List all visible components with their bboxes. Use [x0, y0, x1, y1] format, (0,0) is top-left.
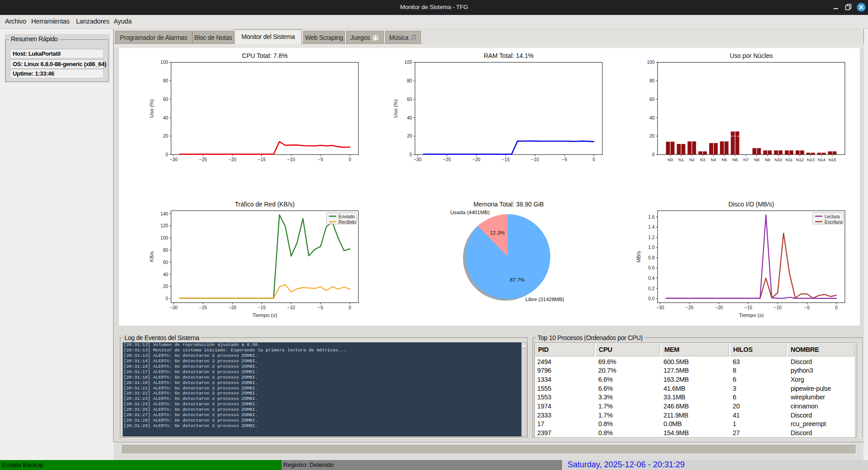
svg-text:N6: N6	[732, 157, 738, 162]
svg-text:0: 0	[410, 152, 412, 157]
svg-text:−30: −30	[656, 305, 664, 310]
svg-text:Tráfico de Red (KB/s): Tráfico de Red (KB/s)	[235, 201, 295, 208]
svg-text:0.0: 0.0	[648, 296, 654, 301]
svg-text:0: 0	[652, 152, 655, 157]
svg-text:Enviado: Enviado	[339, 214, 355, 219]
svg-text:−10: −10	[531, 157, 539, 162]
svg-text:N10: N10	[774, 157, 782, 162]
svg-text:N15: N15	[829, 157, 836, 162]
svg-text:0.8: 0.8	[648, 255, 654, 260]
svg-text:20: 20	[163, 134, 168, 139]
svg-text:40: 40	[163, 115, 168, 120]
svg-text:Libre (31428MB): Libre (31428MB)	[525, 297, 564, 302]
svg-text:N7: N7	[743, 157, 749, 162]
svg-text:−10: −10	[287, 157, 296, 162]
svg-text:N0: N0	[668, 157, 673, 162]
svg-text:−30: −30	[170, 305, 178, 310]
svg-text:N8: N8	[754, 157, 759, 162]
svg-text:N13: N13	[807, 157, 815, 162]
svg-text:100: 100	[161, 60, 168, 65]
svg-text:−10: −10	[774, 305, 782, 310]
svg-text:0: 0	[166, 152, 168, 157]
svg-text:100: 100	[647, 60, 655, 65]
svg-text:KB/s: KB/s	[149, 251, 154, 262]
svg-text:1.2: 1.2	[648, 235, 654, 240]
svg-text:MB/s: MB/s	[636, 251, 641, 263]
svg-text:80: 80	[163, 248, 168, 253]
svg-text:−25: −25	[199, 157, 207, 162]
svg-text:−5: −5	[804, 305, 810, 310]
svg-text:Uso (%): Uso (%)	[393, 99, 398, 118]
svg-text:1.0: 1.0	[648, 245, 654, 250]
svg-text:0.2: 0.2	[648, 286, 654, 291]
svg-text:60: 60	[649, 97, 655, 102]
svg-text:Lectura: Lectura	[825, 214, 840, 219]
svg-text:−25: −25	[199, 305, 207, 310]
svg-text:−30: −30	[170, 157, 178, 162]
svg-text:60: 60	[163, 97, 168, 102]
svg-text:−15: −15	[502, 157, 510, 162]
svg-text:N4: N4	[711, 157, 717, 162]
svg-text:80: 80	[649, 78, 655, 83]
svg-text:0: 0	[166, 296, 168, 301]
svg-text:−15: −15	[258, 157, 266, 162]
svg-text:12.3%: 12.3%	[490, 230, 505, 235]
svg-text:0.6: 0.6	[648, 265, 654, 270]
svg-text:CPU Total: 7.8%: CPU Total: 7.8%	[242, 53, 288, 59]
svg-text:Escritura: Escritura	[825, 220, 843, 225]
svg-text:N12: N12	[796, 157, 804, 162]
svg-text:20: 20	[163, 284, 168, 289]
svg-text:−10: −10	[287, 305, 296, 310]
svg-text:−20: −20	[229, 305, 237, 310]
svg-text:40: 40	[163, 272, 168, 277]
svg-text:87.7%: 87.7%	[510, 277, 525, 283]
svg-text:N9: N9	[765, 157, 770, 162]
svg-text:Usada (4401MB): Usada (4401MB)	[450, 210, 490, 215]
svg-text:20: 20	[649, 134, 655, 139]
svg-text:N14: N14	[818, 157, 826, 162]
svg-text:Uso (%): Uso (%)	[149, 99, 154, 118]
svg-text:Tiempo (s): Tiempo (s)	[253, 312, 277, 318]
svg-text:0: 0	[348, 157, 351, 162]
svg-text:−15: −15	[744, 305, 753, 310]
svg-text:−20: −20	[229, 157, 237, 162]
svg-text:40: 40	[649, 115, 655, 120]
svg-text:100: 100	[405, 60, 412, 65]
svg-text:60: 60	[407, 97, 412, 102]
svg-text:0: 0	[592, 157, 595, 162]
svg-text:−25: −25	[686, 305, 694, 310]
svg-text:N2: N2	[689, 157, 695, 162]
svg-text:N11: N11	[786, 157, 793, 162]
svg-text:Memoria Total: 38.90 GiB: Memoria Total: 38.90 GiB	[473, 201, 544, 208]
svg-text:N1: N1	[678, 157, 684, 162]
svg-text:−5: −5	[318, 157, 323, 162]
svg-text:Disco I/O (MB/s): Disco I/O (MB/s)	[728, 201, 774, 208]
svg-text:N5: N5	[721, 157, 727, 162]
svg-text:Tiempo (s): Tiempo (s)	[739, 312, 764, 318]
svg-text:−20: −20	[715, 305, 723, 310]
svg-text:20: 20	[407, 134, 412, 139]
svg-text:60: 60	[163, 260, 168, 265]
svg-text:40: 40	[407, 115, 412, 120]
svg-text:1.4: 1.4	[648, 225, 654, 230]
svg-text:−20: −20	[472, 157, 481, 162]
svg-text:−5: −5	[318, 305, 323, 310]
svg-text:140: 140	[161, 211, 168, 216]
svg-text:80: 80	[407, 78, 412, 83]
svg-text:0: 0	[835, 305, 838, 310]
svg-text:100: 100	[161, 235, 168, 240]
svg-text:120: 120	[161, 223, 168, 228]
svg-text:0: 0	[348, 305, 351, 310]
svg-text:−30: −30	[414, 157, 422, 162]
svg-text:−25: −25	[443, 157, 451, 162]
svg-text:−15: −15	[258, 305, 266, 310]
svg-text:Uso por Núcleo: Uso por Núcleo	[730, 53, 773, 59]
svg-text:N3: N3	[700, 157, 706, 162]
svg-text:Recibido: Recibido	[339, 220, 356, 225]
svg-text:RAM Total: 14.1%: RAM Total: 14.1%	[484, 53, 534, 59]
svg-text:80: 80	[163, 78, 168, 83]
svg-text:0.4: 0.4	[648, 276, 654, 281]
svg-text:1.6: 1.6	[648, 215, 654, 220]
svg-text:−5: −5	[562, 157, 567, 162]
